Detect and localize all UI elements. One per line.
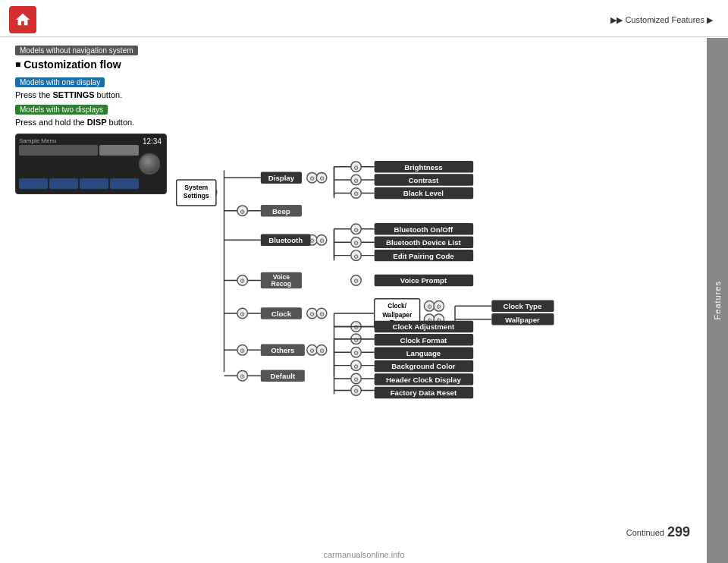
svg-point-37 xyxy=(307,235,318,246)
svg-text:Bluetooth: Bluetooth xyxy=(268,236,303,244)
svg-text:⚙: ⚙ xyxy=(353,337,359,344)
svg-text:⚙: ⚙ xyxy=(240,348,245,354)
badge-one-display: Models with one display xyxy=(15,77,105,87)
svg-point-33 xyxy=(316,172,327,183)
svg-text:⚙: ⚙ xyxy=(240,311,245,318)
svg-point-59 xyxy=(307,345,318,356)
instructions-area: Models with one display Press the SETTIN… xyxy=(15,77,174,143)
svg-text:⚙: ⚙ xyxy=(199,190,205,197)
svg-point-87 xyxy=(351,373,362,384)
svg-rect-111 xyxy=(375,174,474,185)
badge-without-nav: Models without navigation system xyxy=(15,46,138,55)
continued-label: Continued xyxy=(626,528,664,537)
svg-text:Display: Display xyxy=(268,174,295,182)
svg-text:⚙: ⚙ xyxy=(436,304,441,310)
svg-point-51 xyxy=(434,301,444,312)
svg-rect-135 xyxy=(375,347,474,358)
svg-text:Wallpaper: Wallpaper xyxy=(505,316,540,324)
svg-rect-117 xyxy=(375,237,474,248)
svg-text:Voice: Voice xyxy=(273,273,290,281)
svg-point-43 xyxy=(237,308,248,319)
svg-text:Clock Adjustment: Clock Adjustment xyxy=(393,322,456,331)
svg-point-57 xyxy=(237,345,248,356)
svg-rect-127 xyxy=(491,300,554,312)
svg-text:⚙: ⚙ xyxy=(240,209,245,215)
svg-text:⚙: ⚙ xyxy=(427,317,432,324)
svg-text:⚙: ⚙ xyxy=(353,363,359,370)
svg-text:Others: Others xyxy=(271,346,294,354)
svg-text:⚙: ⚙ xyxy=(319,348,325,354)
svg-text:⚙: ⚙ xyxy=(309,237,315,244)
svg-point-29 xyxy=(206,187,217,198)
svg-text:Clock/: Clock/ xyxy=(388,303,406,310)
svg-text:Type: Type xyxy=(390,319,404,326)
svg-text:⚙: ⚙ xyxy=(436,317,441,324)
svg-rect-133 xyxy=(375,334,474,345)
svg-text:Default: Default xyxy=(270,372,296,380)
svg-text:Brightness: Brightness xyxy=(404,163,442,171)
svg-text:⚙: ⚙ xyxy=(353,376,359,383)
svg-point-73 xyxy=(351,237,362,247)
svg-text:System: System xyxy=(184,184,208,191)
svg-text:⚙: ⚙ xyxy=(353,278,359,285)
svg-text:Clock: Clock xyxy=(271,310,292,318)
svg-text:Language: Language xyxy=(406,349,441,357)
svg-text:Header Clock Display: Header Clock Display xyxy=(386,376,461,384)
svg-text:Voice Prompt: Voice Prompt xyxy=(400,276,447,285)
svg-text:Contrast: Contrast xyxy=(409,176,439,184)
svg-point-49 xyxy=(424,301,435,312)
svg-text:⚙: ⚙ xyxy=(353,388,359,395)
svg-point-45 xyxy=(307,308,318,319)
svg-text:⚙: ⚙ xyxy=(353,178,359,184)
svg-point-41 xyxy=(237,275,248,286)
device-time: 12:34 xyxy=(143,137,162,146)
svg-point-31 xyxy=(307,172,318,183)
device-knob xyxy=(139,153,160,175)
svg-rect-107 xyxy=(261,370,305,381)
svg-point-89 xyxy=(351,385,362,396)
instruction-two-displays: Press and hold the DISP button. xyxy=(15,116,174,129)
svg-text:⚙: ⚙ xyxy=(319,175,325,182)
top-bar: ▶▶ Customized Features ▶ xyxy=(0,0,728,37)
svg-text:Beep: Beep xyxy=(272,207,290,215)
svg-rect-121 xyxy=(375,275,474,286)
svg-rect-119 xyxy=(375,250,474,261)
svg-point-83 xyxy=(351,347,362,357)
svg-text:Clock Type: Clock Type xyxy=(504,302,542,310)
svg-text:Recog: Recog xyxy=(271,280,292,288)
svg-text:⚙: ⚙ xyxy=(319,311,325,318)
badge-two-displays: Models with two displays xyxy=(15,105,108,115)
breadcrumb: ▶▶ Customized Features ▶ xyxy=(610,15,713,25)
svg-rect-123 xyxy=(375,299,420,329)
svg-text:Edit Pairing Code: Edit Pairing Code xyxy=(393,252,454,260)
svg-text:Background Color: Background Color xyxy=(391,362,455,370)
svg-text:⚙: ⚙ xyxy=(353,240,359,247)
diagram-area: Models with one display Press the SETTIN… xyxy=(15,77,698,426)
svg-rect-94 xyxy=(261,171,302,183)
svg-point-69 xyxy=(351,188,362,199)
svg-text:⚙: ⚙ xyxy=(353,165,359,171)
svg-text:Bluetooth On/Off: Bluetooth On/Off xyxy=(394,225,454,234)
svg-point-65 xyxy=(351,162,362,172)
svg-rect-115 xyxy=(375,223,474,234)
home-icon[interactable] xyxy=(9,6,36,33)
svg-rect-100 xyxy=(261,272,302,288)
svg-text:Wallpaper: Wallpaper xyxy=(382,312,413,319)
svg-rect-103 xyxy=(261,307,302,319)
svg-text:⚙: ⚙ xyxy=(353,190,359,197)
svg-rect-96 xyxy=(261,205,302,216)
svg-rect-105 xyxy=(261,344,305,356)
svg-rect-91 xyxy=(177,180,216,206)
svg-text:⚙: ⚙ xyxy=(353,324,359,331)
page-number: 299 xyxy=(667,524,690,540)
svg-point-71 xyxy=(351,224,362,234)
svg-rect-131 xyxy=(375,321,474,332)
svg-text:⚙: ⚙ xyxy=(209,190,215,197)
svg-point-77 xyxy=(351,275,362,286)
svg-point-67 xyxy=(351,175,362,185)
svg-rect-141 xyxy=(375,387,474,398)
svg-rect-137 xyxy=(375,360,474,372)
svg-text:Bluetooth Device List: Bluetooth Device List xyxy=(386,238,462,247)
svg-text:⚙: ⚙ xyxy=(240,373,245,380)
svg-text:⚙: ⚙ xyxy=(309,348,315,354)
